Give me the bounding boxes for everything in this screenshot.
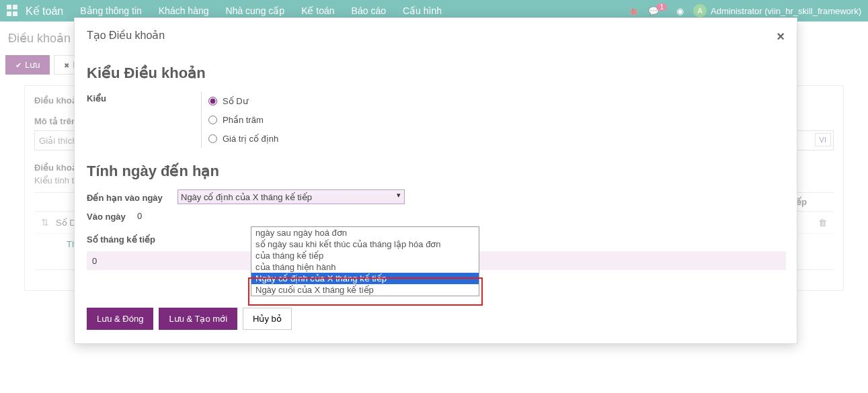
due-heading: Tính ngày đến hạn (87, 163, 785, 180)
type-heading: Kiểu Điều khoản (87, 64, 785, 82)
modal-title: Tạo Điều khoản (87, 29, 165, 44)
close-icon[interactable]: × (777, 29, 785, 44)
radio-fixed-label: Giá trị cố định (223, 134, 278, 144)
opt-days-after-month-end[interactable]: số ngày sau khi kết thúc của tháng lập h… (251, 238, 479, 250)
months-label: Số tháng kế tiếp (87, 232, 167, 245)
avatar: A (693, 4, 707, 17)
trash-icon[interactable]: 🗑 (818, 218, 827, 228)
nav-accounting[interactable]: Kế toán (301, 5, 334, 16)
save-close-button[interactable]: Lưu & Đóng (87, 308, 153, 330)
col-end: ếp (796, 197, 807, 207)
radio-percent-label: Phần trăm (223, 115, 264, 125)
message-badge: 1 (656, 3, 667, 11)
due-on-select[interactable]: Ngày cố định của X tháng kế tiếp (177, 189, 405, 204)
nav-customers[interactable]: Khách hàng (159, 5, 209, 16)
save-new-button[interactable]: Lưu & Tạo mới (159, 308, 237, 330)
on-day-label: Vào ngày (87, 210, 137, 222)
on-day-value[interactable]: 0 (137, 211, 142, 221)
due-on-label: Đến hạn vào ngày (87, 191, 177, 203)
opt-days-after-invoice[interactable]: ngày sau ngày hoá đơn (251, 227, 479, 238)
app-name[interactable]: Kế toán (26, 5, 63, 17)
apps-icon[interactable] (7, 5, 19, 17)
save-button[interactable]: Lưu (5, 55, 50, 75)
radio-percent[interactable] (208, 116, 217, 124)
radio-fixed[interactable] (208, 134, 217, 143)
radio-balance-label: Số Dư (223, 96, 248, 106)
radio-balance[interactable] (208, 97, 217, 105)
opt-last-day-x-month[interactable]: Ngày cuối của X tháng kế tiếp (251, 284, 479, 296)
debug-icon[interactable]: 🐞 (628, 6, 639, 16)
help-icon[interactable]: ◉ (676, 6, 684, 16)
messages-icon[interactable]: 💬1 (648, 6, 667, 16)
due-on-listbox: ngày sau ngày hoá đơn số ngày sau khi kế… (251, 226, 479, 296)
type-radio-group: Số Dư Phần trăm Giá trị cố định (201, 91, 785, 148)
nav-config[interactable]: Cấu hình (403, 5, 442, 16)
nav-reports[interactable]: Báo cáo (352, 5, 386, 16)
cancel-button[interactable]: Hủy bỏ (243, 308, 292, 330)
nav-dashboard[interactable]: Bảng thông tin (80, 5, 142, 16)
type-label: Kiểu (87, 91, 201, 103)
opt-fixed-day-x-month[interactable]: Ngày cố định của X tháng kế tiếp (251, 273, 479, 284)
opt-current-month[interactable]: của tháng hiện hành (251, 261, 479, 273)
lang-badge[interactable]: VI (815, 133, 831, 146)
row-type-value: Số D (56, 218, 76, 228)
drag-handle-icon[interactable]: ⇅ (41, 217, 49, 228)
user-name: Administrator (viin_hr_skill_framework) (711, 6, 861, 16)
nav-vendors[interactable]: Nhà cung cấp (226, 5, 285, 16)
create-term-modal: Tạo Điều khoản × Kiểu Điều khoản Kiểu Số… (74, 17, 797, 344)
user-menu[interactable]: A Administrator (viin_hr_skill_framework… (693, 4, 861, 17)
opt-next-month[interactable]: của tháng kế tiếp (251, 250, 479, 261)
